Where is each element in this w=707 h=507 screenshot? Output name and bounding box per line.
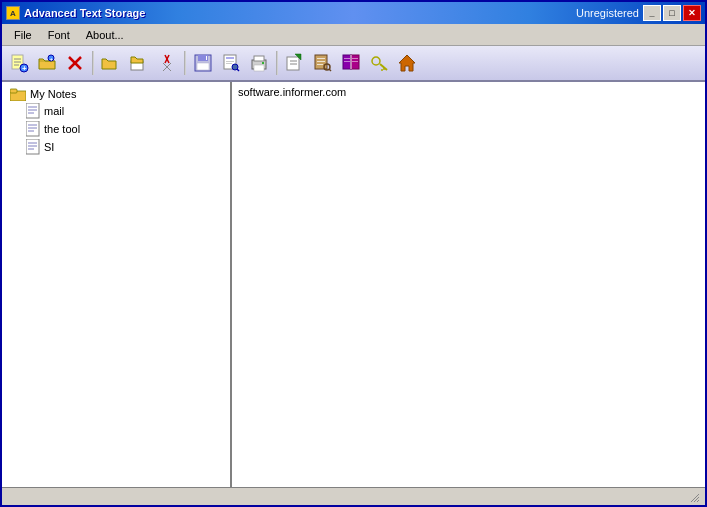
toolbar-new-note[interactable]: + <box>6 50 32 76</box>
svg-rect-52 <box>10 89 17 93</box>
svg-rect-21 <box>226 61 234 62</box>
toolbar: + + <box>2 46 705 82</box>
main-content: My Notes mail the tool <box>2 82 705 487</box>
toolbar-export[interactable] <box>282 50 308 76</box>
status-bar <box>2 487 705 505</box>
svg-text:+: + <box>22 64 27 73</box>
svg-line-67 <box>697 500 699 502</box>
menu-file[interactable]: File <box>6 27 40 43</box>
editor-content: software.informer.com <box>238 86 346 98</box>
svg-rect-44 <box>352 58 358 59</box>
tree-item-thetool[interactable]: the tool <box>2 120 230 138</box>
svg-rect-36 <box>317 64 323 65</box>
svg-rect-22 <box>226 63 232 64</box>
toolbar-new-folder[interactable] <box>98 50 124 76</box>
window-subtitle: Unregistered <box>576 7 639 19</box>
svg-rect-20 <box>226 57 234 59</box>
toolbar-book[interactable] <box>338 50 364 76</box>
svg-rect-17 <box>197 63 209 70</box>
toolbar-delete[interactable] <box>62 50 88 76</box>
toolbar-sep-3 <box>276 51 278 75</box>
svg-rect-43 <box>344 61 350 62</box>
svg-text:+: + <box>50 56 54 62</box>
note-icon <box>26 121 40 137</box>
toolbar-preview[interactable] <box>218 50 244 76</box>
svg-rect-42 <box>344 58 350 59</box>
close-button[interactable]: ✕ <box>683 5 701 21</box>
app-icon: A <box>6 6 20 20</box>
toolbar-cut[interactable] <box>154 50 180 76</box>
svg-point-28 <box>262 62 264 64</box>
minimize-button[interactable]: _ <box>643 5 661 21</box>
menu-bar: File Font About... <box>2 24 705 46</box>
maximize-button[interactable]: □ <box>663 5 681 21</box>
sidebar: My Notes mail the tool <box>2 82 232 487</box>
svg-rect-26 <box>254 56 264 61</box>
resize-grip <box>687 490 701 504</box>
svg-marker-50 <box>399 55 415 71</box>
title-bar: A Advanced Text Storage Unregistered _ □… <box>2 2 705 24</box>
window-title: Advanced Text Storage <box>24 7 572 19</box>
title-bar-buttons: _ □ ✕ <box>643 5 701 21</box>
svg-rect-45 <box>352 61 358 62</box>
svg-rect-18 <box>206 56 207 60</box>
toolbar-open[interactable]: + <box>34 50 60 76</box>
tree-item-si[interactable]: SI <box>2 138 230 156</box>
toolbar-home[interactable] <box>394 50 420 76</box>
svg-point-46 <box>372 57 380 65</box>
editor-area[interactable]: software.informer.com <box>232 82 705 487</box>
svg-rect-27 <box>254 65 264 71</box>
tree-item-thetool-label: the tool <box>44 123 80 135</box>
toolbar-new-subfolder[interactable] <box>126 50 152 76</box>
tree-root-folder[interactable]: My Notes <box>2 86 230 102</box>
toolbar-sep-2 <box>184 51 186 75</box>
toolbar-save[interactable] <box>190 50 216 76</box>
toolbar-search[interactable] <box>310 50 336 76</box>
note-icon <box>26 139 40 155</box>
toolbar-key[interactable] <box>366 50 392 76</box>
folder-icon <box>10 87 26 101</box>
tree-item-mail[interactable]: mail <box>2 102 230 120</box>
tree-item-mail-label: mail <box>44 105 64 117</box>
main-window: A Advanced Text Storage Unregistered _ □… <box>0 0 707 507</box>
tree-item-si-label: SI <box>44 141 54 153</box>
svg-line-38 <box>329 69 331 71</box>
toolbar-print[interactable] <box>246 50 272 76</box>
svg-rect-34 <box>317 58 325 59</box>
svg-rect-35 <box>317 61 325 62</box>
menu-font[interactable]: Font <box>40 27 78 43</box>
note-icon <box>26 103 40 119</box>
menu-about[interactable]: About... <box>78 27 132 43</box>
toolbar-sep-1 <box>92 51 94 75</box>
svg-line-24 <box>237 69 239 71</box>
tree-root-label: My Notes <box>30 88 76 100</box>
